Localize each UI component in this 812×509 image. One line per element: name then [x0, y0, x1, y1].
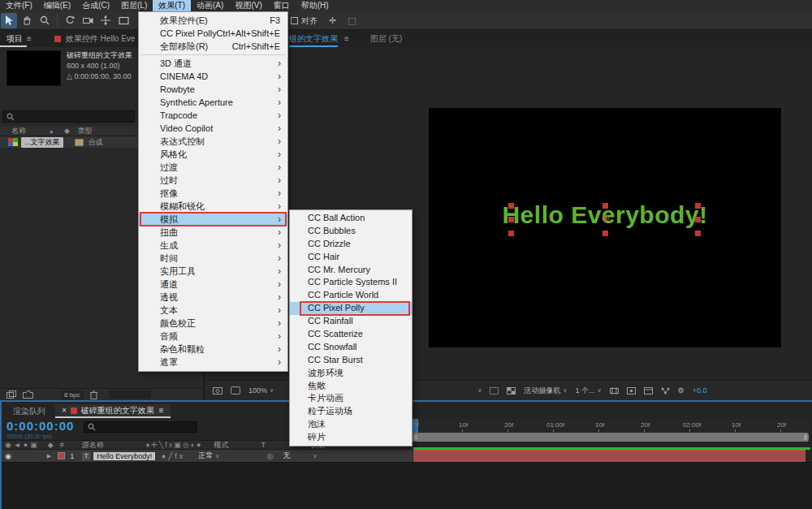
tab-render-queue[interactable]: 渲染队列: [13, 406, 45, 417]
fast-previews-icon[interactable]: [627, 387, 636, 395]
submenu-item-caustics[interactable]: 焦散: [290, 380, 412, 393]
menu-item-channel[interactable]: 通道›: [139, 278, 287, 291]
menu-help[interactable]: 帮助(H): [296, 0, 335, 11]
submenu-item-cc-bubbles[interactable]: CC Bubbles: [290, 225, 412, 238]
layer-duration-bar[interactable]: [413, 450, 806, 462]
shape-tool-button[interactable]: [115, 13, 132, 28]
submenu-item-card-dance[interactable]: 卡片动画: [290, 392, 412, 405]
trkmat-column[interactable]: T: [261, 441, 266, 449]
menu-item-effect-controls[interactable]: 效果控件(E)F3: [139, 14, 287, 27]
menu-item-transition[interactable]: 过渡›: [139, 161, 287, 174]
comp-thumbnail[interactable]: [6, 50, 61, 86]
layer-name[interactable]: Hello Everybody!: [93, 452, 155, 460]
selection-tool-button[interactable]: [1, 13, 17, 28]
menu-item-expression-controls[interactable]: 表达式控制›: [139, 135, 287, 148]
tab-project[interactable]: 项目: [0, 30, 27, 47]
view-layout-dropdown[interactable]: 1 个...∨: [575, 386, 601, 396]
source-name-column[interactable]: 源名称: [82, 440, 104, 451]
menu-item-3d-channel[interactable]: 3D 通道›: [139, 57, 287, 70]
menu-item-stylize[interactable]: 风格化›: [139, 148, 287, 161]
flowchart-icon[interactable]: [661, 387, 670, 395]
fx-toggle-icon[interactable]: fx: [175, 452, 185, 460]
mask-visibility-icon[interactable]: ⬚: [348, 15, 356, 26]
project-search-input[interactable]: [2, 110, 135, 123]
menu-window[interactable]: 窗口: [268, 0, 296, 11]
column-type[interactable]: 类型: [78, 126, 93, 136]
tab-effect-controls[interactable]: 效果控件 Hello Eve: [66, 33, 136, 45]
track-matte-icon[interactable]: ◎: [266, 452, 273, 460]
timeline-search-input[interactable]: [84, 421, 197, 433]
shy-toggle-icon[interactable]: ♦: [162, 452, 168, 460]
work-area-bar[interactable]: [412, 433, 809, 442]
menu-item-utility[interactable]: 实用工具›: [139, 265, 287, 278]
selection-handle[interactable]: [603, 231, 608, 236]
camera-tool-button[interactable]: [80, 13, 96, 28]
composition-frame[interactable]: Hello Everybody! ⊕: [429, 108, 781, 347]
parent-dropdown[interactable]: 无∨: [283, 451, 317, 461]
menu-item-generate[interactable]: 生成›: [139, 239, 287, 252]
menu-layer[interactable]: 图层(L): [115, 0, 153, 11]
menu-item-video-copilot[interactable]: Video Copilot›: [139, 122, 287, 135]
pan-behind-tool-button[interactable]: [97, 13, 114, 28]
submenu-item-cc-mr-mercury[interactable]: CC Mr. Mercury: [290, 264, 412, 277]
menu-item-time[interactable]: 时间›: [139, 252, 287, 265]
bit-depth-button[interactable]: 8 bpc: [61, 390, 84, 399]
tab-composition[interactable]: 组的文字效果: [289, 30, 338, 47]
menu-item-synthetic-aperture[interactable]: Synthetic Aperture›: [139, 96, 287, 109]
submenu-item-cc-scatterize[interactable]: CC Scatterize: [290, 328, 412, 341]
menu-item-text[interactable]: 文本›: [139, 304, 287, 317]
menu-item-noise-grain[interactable]: 杂色和颗粒›: [139, 343, 287, 356]
camera-dropdown[interactable]: 活动摄像机∨: [524, 386, 567, 396]
menu-item-matte[interactable]: 遮罩›: [139, 356, 287, 369]
menu-item-obsolete[interactable]: 过时›: [139, 174, 287, 187]
resolution-dropdown[interactable]: ∨: [475, 387, 482, 394]
project-item-name[interactable]: ...文字效果: [21, 137, 63, 148]
column-name[interactable]: 名称: [11, 126, 26, 136]
exposure-gear-icon[interactable]: ⚙: [678, 386, 685, 395]
eye-toggle[interactable]: ◉: [5, 452, 11, 460]
menu-item-keying[interactable]: 抠像›: [139, 187, 287, 200]
submenu-item-cc-particle-world[interactable]: CC Particle World: [290, 289, 412, 302]
menu-item-color-correction[interactable]: 颜色校正›: [139, 317, 287, 330]
selection-handle[interactable]: [695, 217, 701, 222]
submenu-item-cc-particle-systems-ii[interactable]: CC Particle Systems II: [290, 276, 412, 289]
menu-view[interactable]: 视图(V): [229, 0, 267, 11]
menu-item-perspective[interactable]: 透视›: [139, 291, 287, 304]
close-icon[interactable]: ×: [62, 406, 67, 415]
submenu-item-foam[interactable]: 泡沫: [290, 418, 412, 431]
layer-row[interactable]: ◉ ▶ 1 T Hello Everybody! ♦╱fx 正常∨ ◎ 无∨: [2, 450, 412, 462]
snap-icon[interactable]: ✛: [329, 15, 336, 26]
submenu-item-cc-star-burst[interactable]: CC Star Burst: [290, 354, 412, 367]
selection-handle[interactable]: [695, 203, 701, 209]
menu-item-rowbyte[interactable]: Rowbyte›: [139, 83, 287, 96]
menu-composition[interactable]: 合成(C): [76, 0, 115, 11]
menu-animation[interactable]: 动画(A): [191, 0, 229, 11]
submenu-item-cc-pixel-polly[interactable]: CC Pixel Polly: [290, 302, 412, 315]
exposure-value[interactable]: +0.0: [693, 386, 707, 395]
menu-item-blur-sharpen[interactable]: 模糊和锐化›: [139, 200, 287, 213]
submenu-item-cc-ball-action[interactable]: CC Ball Action: [290, 212, 412, 225]
menu-item-trapcode[interactable]: Trapcode›: [139, 109, 287, 122]
channel-icon[interactable]: [231, 386, 240, 395]
selection-handle[interactable]: [603, 203, 608, 209]
menu-item-distort[interactable]: 扭曲›: [139, 226, 287, 239]
sort-asc-icon[interactable]: ▲: [49, 128, 54, 134]
transparency-grid-icon[interactable]: [507, 387, 516, 395]
panel-menu-icon[interactable]: ≡: [344, 34, 349, 43]
anchor-point-icon[interactable]: ⊕: [601, 212, 610, 224]
hand-tool-button[interactable]: [19, 13, 35, 28]
pixel-aspect-icon[interactable]: [610, 387, 619, 395]
submenu-item-cc-drizzle[interactable]: CC Drizzle: [290, 238, 412, 251]
menu-file[interactable]: 文件(F): [0, 0, 38, 11]
region-of-interest-icon[interactable]: [490, 387, 499, 395]
menu-item-simulation[interactable]: 模拟›: [139, 213, 287, 226]
submenu-item-cc-snowfall[interactable]: CC Snowfall: [290, 341, 412, 354]
panel-menu-icon[interactable]: ≡: [27, 34, 32, 43]
new-folder-icon[interactable]: [23, 390, 33, 399]
new-composition-icon[interactable]: [41, 390, 51, 399]
selection-handle[interactable]: [508, 217, 514, 222]
menu-edit[interactable]: 编辑(E): [38, 0, 76, 11]
blend-mode-dropdown[interactable]: 正常∨: [198, 451, 219, 461]
timeline-button-icon[interactable]: [644, 387, 653, 395]
tab-layer[interactable]: 图层 (无): [370, 33, 402, 45]
